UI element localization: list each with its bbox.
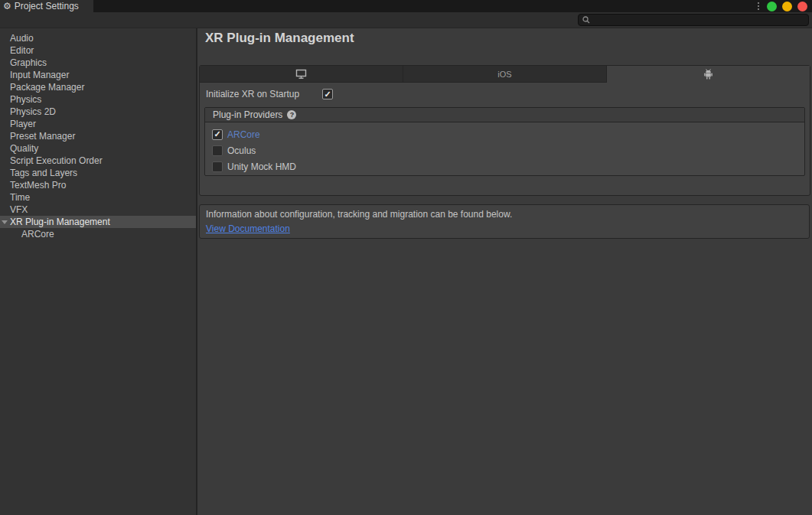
sidebar-item-label: XR Plug-in Management [10,217,110,227]
maximize-button[interactable] [782,2,792,11]
sidebar-item-label: Script Execution Order [10,155,103,166]
sidebar-item-physics-2d[interactable]: Physics 2D [0,106,196,118]
platform-tab-row: iOS [200,66,810,83]
plugin-providers-header: Plug-in Providers ? [205,108,804,122]
info-box: Information about configuration, trackin… [199,204,810,239]
toolbar [0,12,812,28]
tab-android[interactable] [607,66,810,83]
sidebar-item-label: Package Manager [10,82,84,93]
sidebar-item-script-execution-order[interactable]: Script Execution Order [0,155,196,167]
desktop-icon [295,69,307,79]
provider-list: ✓ARCoreOculusUnity Mock HMD [205,122,804,174]
window-tab-project-settings[interactable]: ⚙ Project Settings [0,0,93,12]
provider-label: Oculus [227,145,256,156]
search-input[interactable] [593,15,804,24]
settings-sidebar: AudioEditorGraphicsInput ManagerPackage … [0,28,197,515]
sidebar-item-arcore[interactable]: ARCore [0,228,196,240]
initialize-xr-checkbox[interactable]: ✓ [322,89,333,99]
provider-checkbox-arcore[interactable]: ✓ [212,129,223,140]
sidebar-item-audio[interactable]: Audio [0,32,196,44]
tab-standalone[interactable] [200,66,403,83]
close-button[interactable] [797,2,807,11]
sidebar-item-label: Physics [10,94,41,105]
sidebar-item-quality[interactable]: Quality [0,142,196,155]
foldout-triangle-icon[interactable] [2,220,8,224]
sidebar-item-input-manager[interactable]: Input Manager [0,69,196,81]
help-icon[interactable]: ? [287,110,296,119]
sidebar-item-textmesh-pro[interactable]: TextMesh Pro [0,179,196,191]
provider-checkbox-oculus[interactable] [212,145,223,156]
sidebar-item-player[interactable]: Player [0,118,196,130]
search-icon [582,16,590,24]
window-controls [755,0,807,12]
info-text: Information about configuration, trackin… [206,209,803,220]
sidebar-item-label: Editor [10,45,34,56]
plugin-providers-title: Plug-in Providers [213,109,282,120]
window-title: Project Settings [15,1,79,11]
sidebar-item-label: TextMesh Pro [10,180,66,191]
provider-label: ARCore [227,129,260,140]
initialize-xr-label: Initialize XR on Startup [206,89,322,99]
sidebar-item-editor[interactable]: Editor [0,44,196,57]
view-documentation-link[interactable]: View Documentation [206,223,290,234]
provider-row-oculus: Oculus [205,142,804,158]
platform-tab-group: iOS Initializ [199,65,810,196]
provider-row-unity-mock-hmd: Unity Mock HMD [205,158,804,174]
sidebar-item-label: VFX [10,204,28,215]
provider-row-arcore: ✓ARCore [205,126,804,142]
sidebar-item-label: Input Manager [10,70,69,80]
sidebar-item-xr-plug-in-management[interactable]: XR Plug-in Management [0,216,196,228]
check-icon: ✓ [214,130,220,139]
tab-ios-label: iOS [497,70,511,79]
sidebar-item-time[interactable]: Time [0,191,196,204]
sidebar-item-label: Audio [10,33,34,44]
minimize-button[interactable] [767,2,777,11]
android-icon [703,69,713,80]
sidebar-item-physics[interactable]: Physics [0,93,196,106]
sidebar-item-tags-and-layers[interactable]: Tags and Layers [0,167,196,179]
sidebar-item-label: Physics 2D [10,106,56,117]
sidebar-item-label: Player [10,119,36,129]
provider-checkbox-unity-mock-hmd[interactable] [212,161,223,172]
sidebar-item-label: Quality [10,143,38,154]
sidebar-item-preset-manager[interactable]: Preset Manager [0,130,196,142]
tab-content: Initialize XR on Startup ✓ Plug-in Provi… [200,83,810,196]
page-title: XR Plug-in Management [205,31,354,46]
kebab-menu-icon[interactable] [755,2,761,10]
initialize-xr-row: Initialize XR on Startup ✓ [206,89,333,99]
search-box[interactable] [578,14,809,26]
sidebar-item-label: Time [10,192,30,203]
provider-label: Unity Mock HMD [227,161,296,172]
sidebar-item-label: ARCore [21,229,54,240]
sidebar-item-label: Preset Manager [10,131,75,142]
sidebar-item-graphics[interactable]: Graphics [0,57,196,69]
main-panel: XR Plug-in Management iOS [197,28,812,515]
sidebar-item-label: Graphics [10,57,47,68]
gear-icon: ⚙ [3,2,11,11]
plugin-providers-box: Plug-in Providers ? ✓ARCoreOculusUnity M… [204,107,805,176]
sidebar-item-vfx[interactable]: VFX [0,204,196,216]
sidebar-item-package-manager[interactable]: Package Manager [0,81,196,93]
sidebar-item-label: Tags and Layers [10,168,77,178]
check-icon: ✓ [324,90,331,99]
tab-ios[interactable]: iOS [403,66,607,83]
title-bar: ⚙ Project Settings [0,0,812,12]
